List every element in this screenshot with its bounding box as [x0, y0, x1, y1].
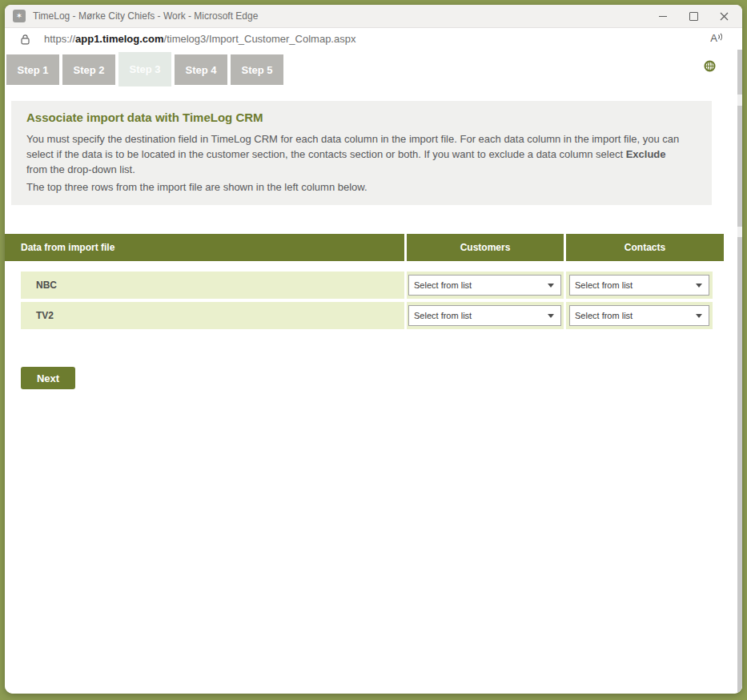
select-value: Select from list [414, 311, 472, 320]
contacts-select-row-2[interactable]: Select from list [569, 305, 709, 326]
column-header-import-data: Data from import file [5, 234, 404, 261]
exclude-keyword: Exclude [626, 148, 666, 160]
customers-cell: Select from list [407, 272, 564, 299]
url-domain: app1.timelog.com [75, 33, 164, 45]
browser-window: ✶ TimeLog - Mørke City Chiefs - Work - M… [5, 5, 742, 694]
tab-step-3[interactable]: Step 3 [118, 52, 171, 86]
next-button[interactable]: Next [21, 367, 75, 389]
import-data-cell: TV2 [21, 302, 404, 329]
table-header-row: Data from import file Customers Contacts [5, 234, 724, 261]
instructions-text: You must specify the destination field i… [26, 133, 679, 160]
close-icon [720, 12, 729, 21]
column-header-customers: Customers [407, 234, 564, 261]
column-header-contacts: Contacts [566, 234, 724, 261]
vertical-scrollbar[interactable] [737, 50, 742, 694]
close-button[interactable] [709, 5, 739, 27]
window-title: TimeLog - Mørke City Chiefs - Work - Mic… [33, 10, 258, 22]
read-aloud-button[interactable]: A [710, 32, 725, 45]
customers-select-row-2[interactable]: Select from list [408, 305, 561, 326]
chevron-down-icon [696, 284, 702, 288]
wizard-step-tabs: Step 1 Step 2 Step 3 Step 4 Step 5 [6, 54, 283, 86]
instructions-note: The top three rows from the import file … [26, 179, 688, 195]
chevron-down-icon [548, 314, 554, 318]
maximize-icon [689, 12, 698, 21]
title-bar: ✶ TimeLog - Mørke City Chiefs - Work - M… [5, 5, 742, 28]
url-scheme: https:// [44, 33, 75, 45]
contacts-select-row-1[interactable]: Select from list [569, 275, 709, 296]
customers-select-row-1[interactable]: Select from list [408, 275, 561, 296]
tab-step-2[interactable]: Step 2 [62, 54, 115, 85]
lock-icon [21, 34, 30, 45]
page-content: Step 1 Step 2 Step 3 Step 4 Step 5 Assoc… [5, 50, 742, 694]
address-bar: https://app1.timelog.com/timelog3/Import… [5, 28, 742, 50]
page-title: Associate import data with TimeLog CRM [26, 111, 688, 124]
maximize-button[interactable] [678, 5, 709, 27]
url-path: /timelog3/Import_Customer_Colmap.aspx [164, 33, 356, 45]
minimize-icon [659, 16, 667, 17]
site-favicon-icon: ✶ [13, 10, 26, 22]
chevron-down-icon [696, 314, 702, 318]
chevron-down-icon [548, 284, 554, 288]
contacts-cell: Select from list [566, 302, 713, 329]
globe-icon[interactable] [704, 60, 716, 72]
read-aloud-waves-icon [717, 32, 725, 42]
tab-step-4[interactable]: Step 4 [175, 54, 227, 85]
select-value: Select from list [414, 280, 472, 290]
minimize-button[interactable] [648, 5, 678, 27]
instructions-paragraph: You must specify the destination field i… [26, 131, 688, 177]
contacts-cell: Select from list [566, 272, 713, 299]
window-controls [648, 5, 739, 27]
instructions-text-tail: from the drop-down list. [26, 163, 135, 175]
select-value: Select from list [575, 280, 633, 290]
url-field[interactable]: https://app1.timelog.com/timelog3/Import… [44, 33, 355, 45]
import-data-cell: NBC [21, 272, 404, 299]
instructions-panel: Associate import data with TimeLog CRM Y… [11, 101, 712, 205]
select-value: Select from list [575, 311, 633, 320]
tab-step-5[interactable]: Step 5 [231, 54, 283, 85]
read-aloud-icon: A [710, 32, 717, 45]
customers-cell: Select from list [407, 302, 564, 329]
tab-step-1[interactable]: Step 1 [6, 54, 59, 85]
